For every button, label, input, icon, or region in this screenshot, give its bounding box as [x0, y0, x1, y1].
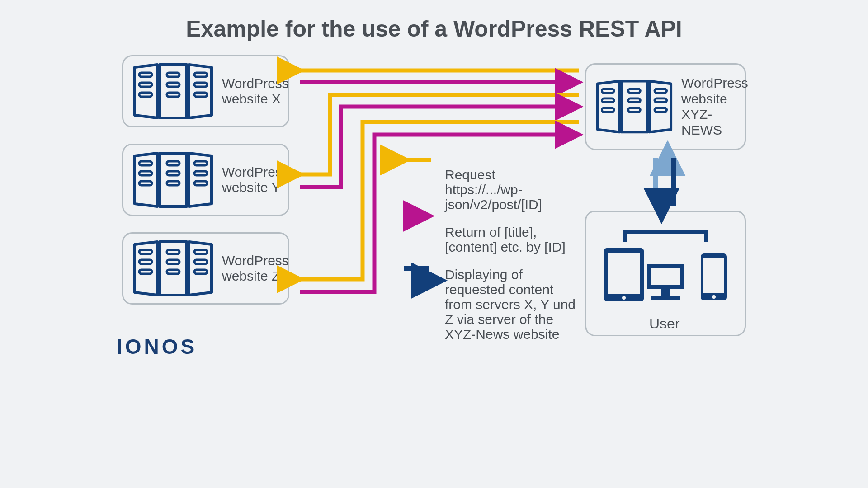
legend-display-text: Displaying of requested content from ser…	[445, 267, 580, 342]
legend-request: Request https://.../wp-json/v2/post/[ID]	[400, 167, 580, 212]
legend-display: Displaying of requested content from ser…	[400, 267, 580, 342]
brand-logo: IONOS	[117, 334, 197, 359]
legend-return-text: Return of [title], [content] etc. by [ID…	[445, 225, 580, 254]
legend-return: Return of [title], [content] etc. by [ID…	[400, 225, 580, 254]
legend-request-title: Request	[445, 167, 580, 182]
diagram-stage: Example for the use of a WordPress REST …	[105, 0, 763, 369]
legend-request-url: https://.../wp-json/v2/post/[ID]	[445, 182, 580, 212]
legend: Request https://.../wp-json/v2/post/[ID]…	[400, 167, 580, 354]
